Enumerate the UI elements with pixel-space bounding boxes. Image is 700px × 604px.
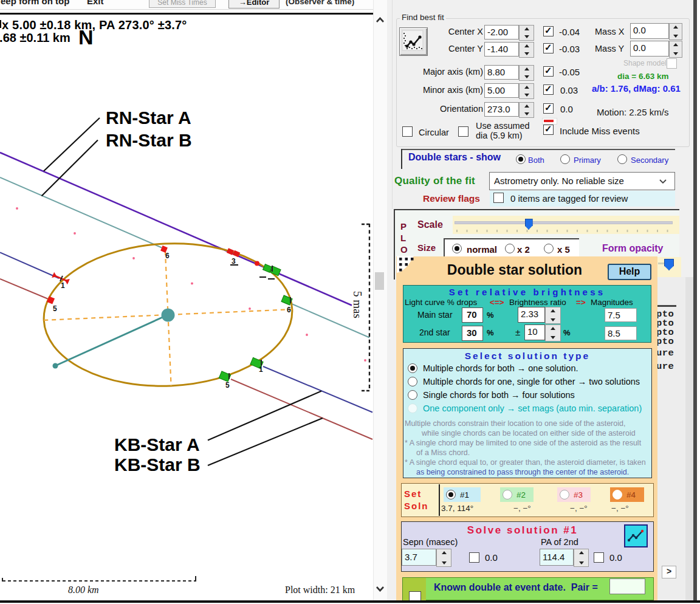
svg-text:5: 5 <box>225 381 230 390</box>
svg-text:6: 6 <box>287 306 291 314</box>
svg-text:1: 1 <box>259 365 263 374</box>
svg-text:3: 3 <box>232 257 236 266</box>
svg-text:6: 6 <box>165 252 170 260</box>
svg-text:5: 5 <box>53 304 57 313</box>
svg-text:1: 1 <box>61 281 65 290</box>
